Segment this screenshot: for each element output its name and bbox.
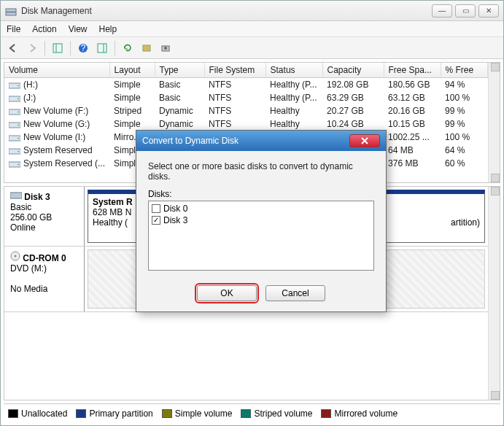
titlebar[interactable]: Disk Management — ▭ ✕: [1, 1, 503, 21]
cdrom-header: CD-ROM 0 DVD (M:) No Media: [4, 247, 85, 311]
col-volume[interactable]: Volume: [4, 63, 109, 78]
disc-icon: [10, 253, 20, 263]
svg-point-18: [18, 124, 19, 125]
cdrom-state: No Media: [10, 284, 47, 294]
partition-status: Healthy (: [93, 217, 133, 228]
close-icon: [361, 137, 368, 144]
cdrom-type: DVD (M:): [10, 263, 47, 274]
svg-point-20: [18, 137, 19, 139]
forward-button[interactable]: [24, 40, 40, 56]
partition-system-reserved[interactable]: System R 628 MB N Healthy (: [88, 190, 139, 243]
svg-point-27: [15, 255, 17, 257]
action-pane-button[interactable]: [94, 40, 110, 56]
toolbar: ?: [1, 37, 503, 59]
cancel-button[interactable]: Cancel: [265, 285, 325, 301]
table-row[interactable]: (H:)SimpleBasicNTFSHealthy (P...192.08 G…: [4, 78, 488, 92]
disk-size: 256.00 GB: [10, 212, 52, 222]
legend-swatch-striped: [241, 409, 251, 418]
svg-rect-25: [10, 193, 22, 198]
svg-rect-8: [143, 45, 150, 51]
legend-swatch-unallocated: [8, 409, 18, 418]
drive-icon: [9, 147, 20, 155]
checkbox[interactable]: ✓: [152, 216, 160, 225]
svg-rect-6: [98, 44, 106, 53]
drive-icon: [9, 81, 20, 90]
show-hide-console-tree-button[interactable]: [50, 40, 66, 56]
menu-help[interactable]: Help: [99, 24, 117, 34]
svg-point-16: [18, 111, 19, 112]
list-item-label: Disk 3: [163, 215, 187, 225]
legend-mirrored: Mirrored volume: [334, 408, 398, 419]
menubar: File Action View Help: [1, 21, 503, 37]
list-item[interactable]: Disk 0: [152, 203, 371, 214]
list-item[interactable]: ✓Disk 3: [152, 214, 371, 226]
maximize-button[interactable]: ▭: [455, 4, 476, 18]
disk-name: Disk 3: [24, 192, 50, 202]
legend-swatch-primary: [76, 409, 86, 418]
table-row[interactable]: New Volume (G:)SimpleDynamicNTFSHealthy1…: [4, 117, 488, 131]
legend-swatch-mirrored: [321, 409, 331, 418]
close-button[interactable]: ✕: [478, 4, 499, 18]
settings-button[interactable]: [158, 40, 174, 56]
disks-listbox[interactable]: Disk 0✓Disk 3: [148, 201, 374, 271]
table-row[interactable]: New Volume (F:)StripedDynamicNTFSHealthy…: [4, 104, 488, 117]
dialog-instruction: Select one or more basic disks to conver…: [148, 161, 374, 182]
cdrom-name: CD-ROM 0: [23, 253, 66, 263]
disk-header: Disk 3 Basic 256.00 GB Online: [4, 187, 85, 246]
drive-icon: [9, 133, 20, 142]
drive-icon: [9, 160, 20, 169]
refresh-button[interactable]: [120, 40, 136, 56]
dialog-titlebar[interactable]: Convert to Dynamic Disk: [136, 131, 386, 151]
app-icon: [5, 5, 17, 17]
help-button[interactable]: ?: [75, 40, 91, 56]
legend-swatch-simple: [162, 409, 172, 418]
dialog-title: Convert to Dynamic Disk: [142, 136, 349, 146]
svg-point-12: [18, 85, 19, 86]
svg-point-22: [18, 150, 19, 152]
checkbox[interactable]: [152, 204, 160, 213]
disk-state: Online: [10, 222, 36, 233]
disk-scrollbar[interactable]: [488, 187, 500, 400]
convert-to-dynamic-disk-dialog: Convert to Dynamic Disk Select one or mo…: [136, 130, 387, 312]
partition-name: System R: [93, 197, 133, 207]
ok-button[interactable]: OK: [197, 285, 257, 301]
drive-icon: [9, 94, 20, 103]
legend-striped: Striped volume: [254, 408, 312, 419]
disks-label: Disks:: [148, 189, 374, 199]
legend-simple: Simple volume: [175, 408, 233, 419]
back-button[interactable]: [5, 40, 21, 56]
menu-action[interactable]: Action: [32, 24, 56, 34]
dialog-close-button[interactable]: [349, 134, 380, 147]
minimize-button[interactable]: —: [432, 4, 452, 18]
legend-primary: Primary partition: [89, 408, 152, 419]
window-title: Disk Management: [21, 6, 432, 16]
svg-point-24: [18, 163, 19, 165]
col-fs[interactable]: File System: [204, 63, 265, 78]
menu-view[interactable]: View: [69, 24, 88, 34]
rescan-disks-button[interactable]: [139, 40, 155, 56]
table-row[interactable]: (J:)SimpleBasicNTFSHealthy (P...63.29 GB…: [4, 91, 488, 104]
drive-icon: [9, 120, 20, 129]
col-status[interactable]: Status: [265, 63, 322, 78]
legend: Unallocated Primary partition Simple vol…: [4, 403, 500, 422]
menu-file[interactable]: File: [7, 24, 20, 34]
table-scrollbar[interactable]: [488, 63, 500, 182]
col-capacity[interactable]: Capacity: [322, 63, 384, 78]
legend-unallocated: Unallocated: [21, 408, 67, 419]
drive-icon: [9, 107, 20, 116]
partition-size: 628 MB N: [93, 207, 133, 217]
disk-icon: [10, 192, 22, 202]
col-free[interactable]: Free Spa...: [384, 63, 441, 78]
svg-rect-2: [53, 44, 62, 53]
col-pct[interactable]: % Free: [441, 63, 487, 78]
svg-point-14: [18, 98, 19, 99]
window-buttons: — ▭ ✕: [432, 4, 499, 18]
svg-rect-1: [6, 12, 16, 15]
svg-rect-0: [6, 9, 16, 12]
svg-point-10: [164, 47, 167, 50]
col-layout[interactable]: Layout: [109, 63, 155, 78]
col-type[interactable]: Type: [155, 63, 204, 78]
disk-type: Basic: [10, 202, 31, 212]
svg-text:?: ?: [81, 43, 86, 53]
list-item-label: Disk 0: [163, 204, 187, 214]
